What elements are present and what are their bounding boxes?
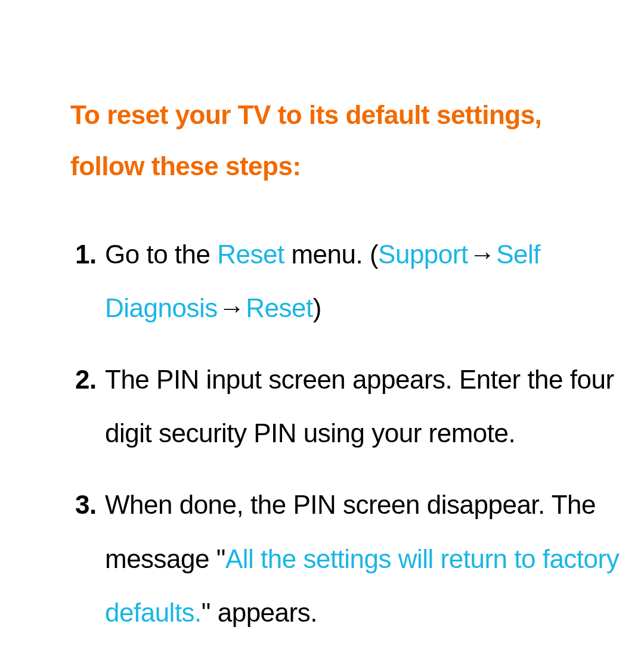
menu-term-reset: Reset bbox=[217, 240, 284, 269]
step-1: 1. Go to the Reset menu. (Support → Self… bbox=[70, 228, 620, 335]
step-text: " appears. bbox=[202, 598, 317, 627]
step-number: 1. bbox=[75, 228, 97, 281]
arrow-right-icon: → bbox=[218, 281, 246, 335]
arrow-right-icon: → bbox=[468, 228, 497, 281]
step-number: 3. bbox=[75, 478, 97, 532]
steps-list: 1. Go to the Reset menu. (Support → Self… bbox=[70, 228, 620, 640]
step-text: The PIN input screen appears. Enter the … bbox=[105, 365, 614, 448]
menu-path-reset: Reset bbox=[246, 293, 312, 322]
step-text: ) bbox=[313, 293, 321, 322]
menu-path-support: Support bbox=[378, 240, 468, 269]
step-number: 2. bbox=[75, 353, 97, 406]
intro-heading: To reset your TV to its default settings… bbox=[70, 89, 620, 192]
step-3: 3. When done, the PIN screen disappear. … bbox=[70, 478, 620, 640]
step-2: 2. The PIN input screen appears. Enter t… bbox=[70, 353, 620, 460]
manual-page: To reset your TV to its default settings… bbox=[0, 0, 644, 640]
step-text: menu. ( bbox=[284, 240, 378, 269]
step-text: Go to the bbox=[105, 240, 217, 269]
